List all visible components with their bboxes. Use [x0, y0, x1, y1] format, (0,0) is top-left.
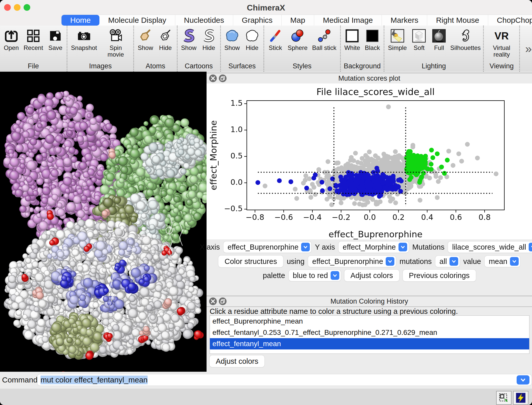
controls-row-1: X axiseffect_BuprenorphineY axiseffect_M… — [207, 241, 532, 253]
spin-movie-icon — [108, 28, 123, 44]
recent-icon — [26, 28, 41, 44]
toolbar-group-background: WhiteBlackBackground — [341, 26, 384, 72]
selection-rectangle-icon[interactable] — [496, 391, 511, 405]
command-history-dropdown-button[interactable] — [517, 375, 529, 385]
mutations-select-value: lilace_scores_wide_all — [452, 243, 526, 251]
coloring-history-list[interactable]: effect_Buprenorphine_meaneffect_fentanyl… — [210, 315, 529, 354]
toolbar-button-hide[interactable]: Hide — [244, 28, 260, 51]
toolbar-button-black[interactable]: Black — [365, 28, 380, 51]
history-item[interactable]: effect_Buprenorphine_mean — [210, 316, 529, 327]
chevron-down-icon — [331, 271, 339, 280]
toolbar-group-cartoons: ShowHideCartoons — [178, 26, 221, 72]
previous-colorings-button[interactable]: Previous colorings — [403, 270, 476, 281]
cartoons-hide-icon — [201, 28, 217, 44]
toolbar-button-recent[interactable]: Recent — [24, 28, 43, 51]
toolbar-button-open[interactable]: Open — [4, 28, 19, 51]
color-structures-button[interactable]: Color structures — [218, 255, 283, 267]
tab-medical-image[interactable]: Medical Image — [314, 15, 382, 26]
tab-graphics[interactable]: Graphics — [233, 15, 282, 26]
mutations-select[interactable]: lilace_scores_wide_all — [448, 241, 532, 253]
value-label: value — [463, 257, 481, 266]
toolbar-button-label: Soft — [414, 45, 425, 51]
toolbar-group-label: Cartoons — [178, 62, 220, 70]
sphere-icon — [290, 28, 305, 44]
adjust-colors-button[interactable]: Adjust colors — [344, 270, 399, 281]
command-text[interactable]: mut color effect_fentanyl_mean — [40, 376, 148, 384]
toolbar-button-label: Show — [224, 45, 240, 51]
mutations-label: Mutations — [412, 243, 445, 251]
chimerax-window: ChimeraX HomeMolecule DisplayNucleotides… — [0, 0, 532, 405]
mutation-scatter-plot[interactable] — [207, 83, 532, 239]
toolbar-button-virtual-reality[interactable]: VRVirtual reality — [487, 28, 516, 58]
toolbar-group-label: Lighting — [384, 62, 483, 70]
toolbar-overflow-icon[interactable]: » — [520, 26, 532, 72]
full-lighting-icon — [431, 28, 447, 44]
command-input[interactable]: mut color effect_fentanyl_mean — [37, 374, 531, 386]
x-axis-select[interactable]: effect_Buprenorphine — [223, 241, 311, 253]
tab-molecule-display[interactable]: Molecule Display — [99, 15, 175, 26]
window-title: ChimeraX — [0, 3, 532, 13]
home-toolbar: OpenRecentSaveFileSnapshotSpin movieImag… — [0, 26, 532, 72]
toolbar-button-spin-movie[interactable]: Spin movie — [101, 28, 130, 58]
toolbar-button-soft[interactable]: Soft — [411, 28, 427, 51]
palette-select[interactable]: blue to red — [289, 270, 341, 281]
tab-nucleotides[interactable]: Nucleotides — [175, 15, 233, 26]
surfaces-hide-icon — [244, 28, 260, 44]
tab-chopchopmf[interactable]: ChopChopMF — [488, 15, 532, 26]
toolbar-group-label: Images — [67, 62, 133, 70]
tab-right-mouse[interactable]: Right Mouse — [427, 15, 488, 26]
toolbar-button-simple[interactable]: Simple — [388, 28, 407, 51]
toolbar-group-label: Surfaces — [221, 62, 263, 70]
x-axis-select-value: effect_Buprenorphine — [228, 243, 299, 251]
molecule-render-canvas[interactable] — [0, 72, 207, 372]
toolbar-button-label: Snapshot — [71, 45, 97, 51]
value-select[interactable]: mean — [485, 256, 520, 267]
history-item[interactable]: effect_fentanyl_0.253_0.71_effect_Bupren… — [210, 327, 529, 338]
toolbar-button-ball-stick[interactable]: Ball stick — [312, 28, 336, 51]
toolbar-button-label: Silhouettes — [450, 45, 481, 51]
mutations-filter-select[interactable]: all — [435, 256, 460, 267]
command-row: Command: mut color effect_fentanyl_mean — [0, 372, 532, 389]
y-axis-select[interactable]: effect_Morphine — [339, 241, 408, 253]
scores-panel-title: Mutation scores plot — [207, 74, 532, 82]
using-select[interactable]: effect_Buprenorphine — [308, 256, 396, 267]
toolbar-button-show[interactable]: Show — [138, 28, 153, 51]
toolbar-button-silhouettes[interactable]: Silhouettes — [451, 28, 479, 51]
using-select-value: effect_Buprenorphine — [312, 257, 383, 266]
using-label: using — [287, 257, 304, 266]
toolbar-button-snapshot[interactable]: Snapshot — [71, 28, 97, 51]
history-adjust-colors-button[interactable]: Adjust colors — [210, 355, 264, 367]
toolbar-button-hide[interactable]: Hide — [158, 28, 173, 51]
scatter-canvas[interactable] — [207, 83, 532, 239]
save-icon — [48, 28, 63, 44]
history-panel-header: Mutation Coloring History — [207, 296, 532, 307]
toolbar-button-label: Recent — [24, 45, 43, 51]
chevron-down-icon — [301, 243, 310, 251]
open-icon — [4, 28, 19, 44]
toolbar-button-save[interactable]: Save — [48, 28, 63, 51]
black-background-icon — [365, 28, 380, 44]
mutations-filter-select-value: all — [439, 257, 447, 266]
toolbar-group-file: OpenRecentSaveFile — [0, 26, 67, 72]
history-item[interactable]: effect_fentanyl_mean — [210, 338, 529, 349]
lightning-icon[interactable] — [513, 391, 528, 405]
tab-home[interactable]: Home — [62, 15, 99, 26]
toolbar-group-label: File — [0, 62, 67, 70]
toolbar-button-show[interactable]: Show — [224, 28, 240, 51]
toolbar-button-sphere[interactable]: Sphere — [288, 28, 308, 51]
atoms-show-icon — [138, 28, 153, 44]
tab-markers[interactable]: Markers — [382, 15, 427, 26]
toolbar-group-label: Atoms — [134, 62, 177, 70]
simple-lighting-icon — [390, 28, 405, 44]
toolbar-button-stick[interactable]: Stick — [268, 28, 283, 51]
toolbar-button-hide[interactable]: Hide — [201, 28, 217, 51]
toolbar-button-label: Simple — [388, 45, 407, 51]
titlebar: ChimeraX — [0, 0, 532, 15]
toolbar-button-full[interactable]: Full — [431, 28, 447, 51]
toolbar-button-label: Hide — [202, 45, 215, 51]
3d-viewport[interactable] — [0, 72, 207, 372]
toolbar-button-show[interactable]: Show — [181, 28, 197, 51]
toolbar-button-white[interactable]: White — [344, 28, 360, 51]
controls-row-2: Color structuresusingeffect_Buprenorphin… — [207, 255, 532, 267]
tab-map[interactable]: Map — [282, 15, 314, 26]
